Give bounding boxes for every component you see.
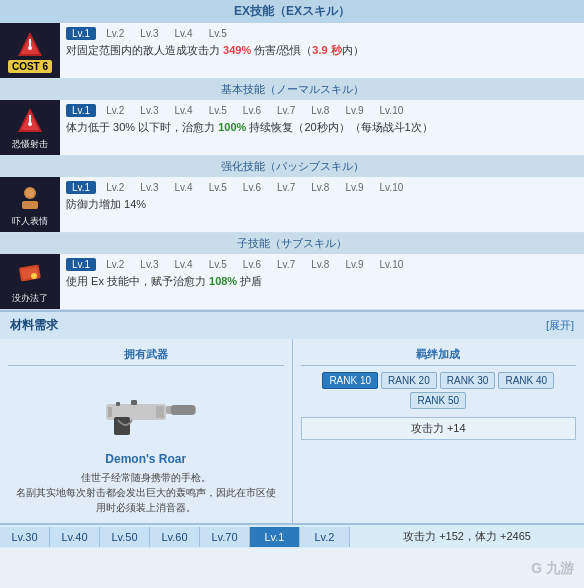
rank-effect: 攻击力 +14 [301,417,577,440]
ss-lv5[interactable]: Lv.5 [203,258,233,271]
passive-skill-section: 强化技能（パッシブスキル） 吓人表情 Lv.1 Lv.2 Lv.3 [0,156,584,233]
ex-skill-icon-area: COST 6 [0,23,60,78]
ex-skill-icon [14,28,46,60]
lv30-btn[interactable]: Lv.30 [0,527,50,547]
sub-skill-name: 没办法了 [12,292,48,305]
ss-lv7[interactable]: Lv.7 [271,258,301,271]
ns-lv7[interactable]: Lv.7 [271,104,301,117]
lv60-btn[interactable]: Lv.60 [150,527,200,547]
lv50-btn[interactable]: Lv.50 [100,527,150,547]
lv70-btn[interactable]: Lv.70 [200,527,250,547]
level-desc: 攻击力 +152，体力 +2465 [350,525,584,548]
ns-lv4[interactable]: Lv.4 [169,104,199,117]
sub-skill-icon-area: 没办法了 [0,254,60,309]
sub-skill-content: Lv.1 Lv.2 Lv.3 Lv.4 Lv.5 Lv.6 Lv.7 Lv.8 … [60,254,584,309]
ps-lv7[interactable]: Lv.7 [271,181,301,194]
passive-skill-header: 强化技能（パッシブスキル） [0,156,584,177]
normal-skill-row: 恐慑射击 Lv.1 Lv.2 Lv.3 Lv.4 Lv.5 Lv.6 Lv.7 … [0,100,584,156]
ps-lv1[interactable]: Lv.1 [66,181,96,194]
normal-skill-levels: Lv.1 Lv.2 Lv.3 Lv.4 Lv.5 Lv.6 Lv.7 Lv.8 … [66,104,578,117]
ex-lv2-btn[interactable]: Lv.2 [100,27,130,40]
ss-value: 108% [209,275,237,287]
svg-rect-25 [156,406,164,418]
rank-20-btn[interactable]: RANK 20 [381,372,437,389]
ex-skill-value: 349% [223,44,251,56]
ss-lv1[interactable]: Lv.1 [66,258,96,271]
watermark: G 九游 [531,560,574,578]
ex-lv1-btn[interactable]: Lv.1 [66,27,96,40]
svg-rect-21 [114,417,130,435]
svg-rect-22 [131,400,137,405]
ex-skill-duration: 3.9 秒 [312,44,341,56]
svg-point-3 [28,46,32,50]
ex-skill-content: Lv.1 Lv.2 Lv.3 Lv.4 Lv.5 对固定范围内的敌人造成攻击力 … [60,23,584,78]
ps-lv2[interactable]: Lv.2 [100,181,130,194]
ns-lv2[interactable]: Lv.2 [100,104,130,117]
ns-lv10[interactable]: Lv.10 [374,104,410,117]
normal-skill-header: 基本技能（ノーマルスキル） [0,79,584,100]
ps-lv5[interactable]: Lv.5 [203,181,233,194]
ss-lv9[interactable]: Lv.9 [339,258,369,271]
ns-lv1[interactable]: Lv.1 [66,104,96,117]
passive-skill-name: 吓人表情 [12,215,48,228]
ex-lv3-btn[interactable]: Lv.3 [134,27,164,40]
ns-lv8[interactable]: Lv.8 [305,104,335,117]
ss-lv4[interactable]: Lv.4 [169,258,199,271]
svg-rect-9 [29,115,31,122]
sub-skill-section: 子技能（サブスキル） 没办法了 Lv.1 Lv.2 Lv.3 [0,233,584,310]
ps-lv4[interactable]: Lv.4 [169,181,199,194]
ps-lv8[interactable]: Lv.8 [305,181,335,194]
ss-lv8[interactable]: Lv.8 [305,258,335,271]
normal-skill-icon-area: 恐慑射击 [0,100,60,155]
passive-skill-icon-area: 吓人表情 [0,177,60,232]
normal-skill-desc: 体力低于 30% 以下时，治愈力 100% 持续恢复（20秒内）（每场战斗1次） [66,120,578,135]
cost-badge: COST 6 [8,60,52,73]
bond-section: 羁绊加成 RANK 10 RANK 20 RANK 30 RANK 40 RAN… [293,339,585,523]
ps-lv10[interactable]: Lv.10 [374,181,410,194]
ss-lv6[interactable]: Lv.6 [237,258,267,271]
weapon-desc: 佳世子经常随身携带的手枪。名副其实地每次射击都会发出巨大的轰鸣声，因此在市区使用… [8,470,284,515]
lv40-btn[interactable]: Lv.40 [50,527,100,547]
expand-button[interactable]: [展开] [546,318,574,333]
ex-skill-section: EX技能（EXスキル） COST 6 Lv.1 Lv.2 [0,0,584,79]
rank-50-btn[interactable]: RANK 50 [410,392,466,409]
svg-rect-23 [116,402,120,406]
ps-lv6[interactable]: Lv.6 [237,181,267,194]
rank-10-btn[interactable]: RANK 10 [322,372,378,389]
normal-skill-name: 恐慑射击 [12,138,48,151]
normal-skill-section: 基本技能（ノーマルスキル） 恐慑射击 Lv.1 Lv.2 [0,79,584,156]
normal-skill-icon [14,104,46,136]
ss-lv2[interactable]: Lv.2 [100,258,130,271]
rank-grid: RANK 10 RANK 20 RANK 30 RANK 40 RANK 50 [301,372,577,409]
ns-lv5[interactable]: Lv.5 [203,104,233,117]
svg-rect-20 [171,405,195,415]
ns-lv3[interactable]: Lv.3 [134,104,164,117]
passive-skill-icon [14,181,46,213]
rank-30-btn[interactable]: RANK 30 [440,372,496,389]
passive-skill-desc: 防御力增加 14% [66,197,578,212]
ex-skill-header: EX技能（EXスキル） [0,0,584,23]
ps-lv3[interactable]: Lv.3 [134,181,164,194]
sub-skill-levels: Lv.1 Lv.2 Lv.3 Lv.4 Lv.5 Lv.6 Lv.7 Lv.8 … [66,258,578,271]
svg-rect-24 [108,407,112,417]
passive-skill-row: 吓人表情 Lv.1 Lv.2 Lv.3 Lv.4 Lv.5 Lv.6 Lv.7 … [0,177,584,233]
ps-lv9[interactable]: Lv.9 [339,181,369,194]
ns-value: 100% [218,121,246,133]
ss-lv3[interactable]: Lv.3 [134,258,164,271]
lv2-active-btn[interactable]: Lv.2 [300,527,350,547]
sub-skill-header: 子技能（サブスキル） [0,233,584,254]
sub-skill-desc: 使用 Ex 技能中，赋予治愈力 108% 护盾 [66,274,578,289]
sub-skill-row: 没办法了 Lv.1 Lv.2 Lv.3 Lv.4 Lv.5 Lv.6 Lv.7 … [0,254,584,310]
svg-point-8 [28,122,32,126]
weapon-image-area [8,372,284,452]
ss-lv10[interactable]: Lv.10 [374,258,410,271]
ex-skill-levels: Lv.1 Lv.2 Lv.3 Lv.4 Lv.5 [66,27,578,40]
weapon-section: 拥有武器 [0,339,293,523]
rank-40-btn[interactable]: RANK 40 [498,372,554,389]
ns-lv6[interactable]: Lv.6 [237,104,267,117]
passive-skill-levels: Lv.1 Lv.2 Lv.3 Lv.4 Lv.5 Lv.6 Lv.7 Lv.8 … [66,181,578,194]
ex-lv5-btn[interactable]: Lv.5 [203,27,233,40]
lv1-active-btn[interactable]: Lv.1 [250,527,300,547]
ex-lv4-btn[interactable]: Lv.4 [169,27,199,40]
ns-lv9[interactable]: Lv.9 [339,104,369,117]
